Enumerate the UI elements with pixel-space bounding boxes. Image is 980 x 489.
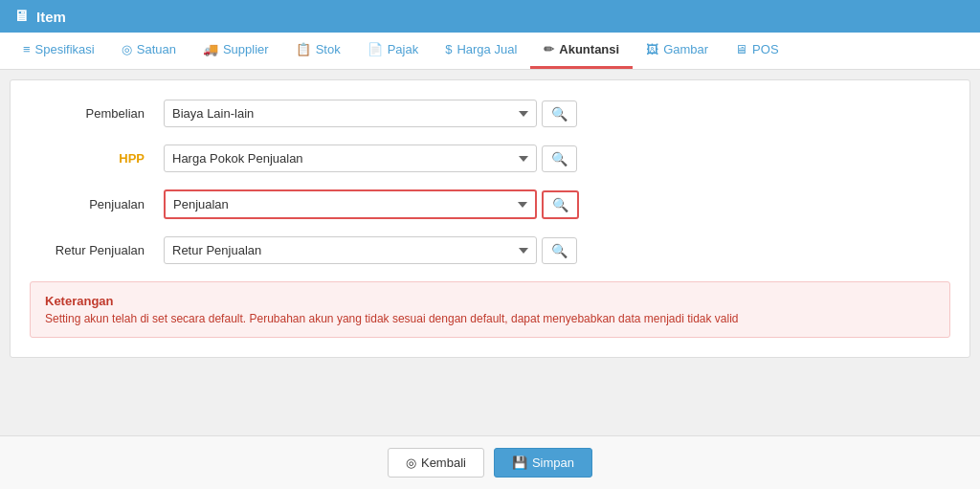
harga-jual-icon: $ bbox=[445, 42, 452, 56]
tab-gambar[interactable]: 🖼 Gambar bbox=[633, 33, 722, 69]
note-title: Keterangan bbox=[45, 294, 935, 308]
pembelian-select[interactable]: Biaya Lain-lain bbox=[164, 100, 537, 127]
tab-stok-label: Stok bbox=[316, 42, 341, 56]
tab-pajak-label: Pajak bbox=[388, 42, 419, 56]
retur-penjualan-control: Retur Penjualan 🔍 bbox=[164, 236, 577, 264]
tab-pos-label: POS bbox=[752, 42, 778, 56]
pembelian-search-button[interactable]: 🔍 bbox=[542, 100, 577, 127]
tab-akuntansi[interactable]: ✏ Akuntansi bbox=[530, 33, 633, 69]
main-content: Pembelian Biaya Lain-lain 🔍 HPP Harga Po… bbox=[10, 79, 970, 358]
tab-satuan-label: Satuan bbox=[137, 42, 176, 56]
retur-penjualan-label: Retur Penjualan bbox=[30, 243, 164, 257]
tab-harga-jual[interactable]: $ Harga Jual bbox=[432, 33, 530, 69]
gambar-icon: 🖼 bbox=[646, 42, 658, 56]
tab-supplier[interactable]: 🚚 Supplier bbox=[189, 33, 282, 69]
pos-icon: 🖥 bbox=[735, 42, 747, 56]
tab-pajak[interactable]: 📄 Pajak bbox=[354, 33, 433, 69]
spesifikasi-icon: ≡ bbox=[23, 42, 31, 56]
penjualan-label: Penjualan bbox=[30, 197, 164, 211]
pembelian-control: Biaya Lain-lain 🔍 bbox=[164, 100, 577, 127]
hpp-search-button[interactable]: 🔍 bbox=[542, 145, 577, 172]
tab-pos[interactable]: 🖥 POS bbox=[722, 33, 791, 69]
tab-satuan[interactable]: ◎ Satuan bbox=[108, 33, 189, 69]
note-text: Setting akun telah di set secara default… bbox=[45, 312, 935, 325]
note-box: Keterangan Setting akun telah di set sec… bbox=[30, 281, 950, 338]
hpp-control: Harga Pokok Penjualan 🔍 bbox=[164, 144, 577, 172]
tab-harga-jual-label: Harga Jual bbox=[457, 42, 517, 56]
satuan-icon: ◎ bbox=[122, 42, 132, 56]
penjualan-search-button[interactable]: 🔍 bbox=[542, 190, 579, 219]
penjualan-control: Penjualan 🔍 bbox=[164, 189, 579, 219]
hpp-row: HPP Harga Pokok Penjualan 🔍 bbox=[30, 144, 950, 172]
tab-supplier-label: Supplier bbox=[223, 42, 269, 56]
tab-stok[interactable]: 📋 Stok bbox=[282, 33, 354, 69]
akuntansi-icon: ✏ bbox=[544, 42, 554, 56]
page-header: 🖥 Item bbox=[0, 0, 980, 33]
pembelian-row: Pembelian Biaya Lain-lain 🔍 bbox=[30, 100, 950, 127]
hpp-select[interactable]: Harga Pokok Penjualan bbox=[164, 144, 537, 172]
tab-spesifikasi[interactable]: ≡ Spesifikasi bbox=[10, 33, 108, 69]
retur-penjualan-select[interactable]: Retur Penjualan bbox=[164, 236, 537, 264]
tab-gambar-label: Gambar bbox=[663, 42, 708, 56]
pembelian-label: Pembelian bbox=[30, 106, 164, 121]
stok-icon: 📋 bbox=[296, 42, 311, 56]
retur-penjualan-row: Retur Penjualan Retur Penjualan 🔍 bbox=[30, 236, 950, 264]
tab-akuntansi-label: Akuntansi bbox=[559, 42, 619, 56]
hpp-label: HPP bbox=[30, 151, 164, 166]
tab-spesifikasi-label: Spesifikasi bbox=[35, 42, 95, 56]
page-title: Item bbox=[36, 9, 66, 25]
retur-penjualan-search-button[interactable]: 🔍 bbox=[542, 237, 577, 264]
pajak-icon: 📄 bbox=[368, 42, 383, 56]
penjualan-select[interactable]: Penjualan bbox=[164, 189, 537, 219]
tab-bar: ≡ Spesifikasi ◎ Satuan 🚚 Supplier 📋 Stok… bbox=[0, 33, 980, 70]
penjualan-row: Penjualan Penjualan 🔍 bbox=[30, 189, 950, 219]
header-icon: 🖥 bbox=[13, 8, 29, 25]
supplier-icon: 🚚 bbox=[203, 42, 218, 56]
